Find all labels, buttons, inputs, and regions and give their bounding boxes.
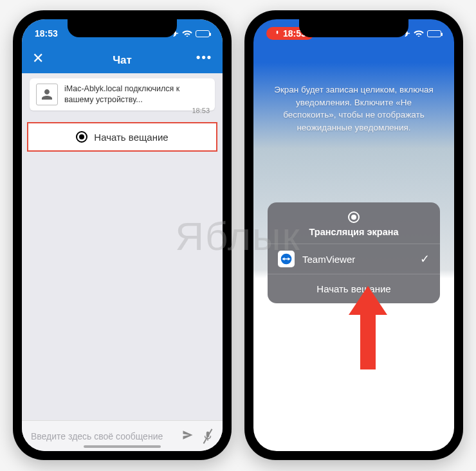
sheet-header: Трансляция экрана [268, 202, 440, 244]
start-broadcast-button[interactable]: Начать вещание [27, 122, 217, 152]
teamviewer-icon [278, 251, 295, 267]
checkmark-icon: ✓ [420, 252, 430, 266]
wifi-icon [182, 28, 192, 39]
app-name-label: TeamViewer [302, 254, 412, 265]
sheet-title: Трансляция экрана [309, 227, 398, 237]
message-time: 18:53 [192, 107, 210, 114]
page-title: Чат [113, 54, 132, 67]
phone-frame-right: 18:53 ✈ Экран будет записан целиком, вкл… [244, 10, 463, 460]
screen-left: 18:53 ✈ ✕ Чат ••• iMac-Ablyk.local подкл… [22, 19, 223, 451]
message-text: iMac-Ablyk.local подключился к вашему ус… [64, 84, 208, 105]
wifi-icon [414, 28, 424, 39]
record-icon [348, 211, 360, 223]
annotation-arrow [339, 286, 397, 372]
record-icon [76, 131, 87, 143]
mic-muted-icon[interactable] [202, 431, 214, 442]
close-button[interactable]: ✕ [32, 50, 44, 67]
send-icon[interactable] [181, 429, 194, 444]
battery-icon [196, 30, 210, 37]
battery-icon [427, 30, 441, 37]
avatar-icon [36, 84, 58, 105]
broadcast-app-row[interactable]: TeamViewer ✓ [268, 244, 440, 274]
system-message: iMac-Ablyk.local подключился к вашему ус… [30, 78, 215, 111]
status-time: 18:53 [35, 28, 58, 39]
home-indicator[interactable] [84, 445, 161, 448]
message-input[interactable]: Введите здесь своё сообщение [31, 431, 174, 441]
notch [299, 19, 408, 37]
screen-right: 18:53 ✈ Экран будет записан целиком, вкл… [253, 19, 454, 451]
recording-info-text: Экран будет записан целиком, включая уве… [273, 84, 435, 134]
more-button[interactable]: ••• [196, 51, 212, 64]
status-indicators: ✈ [171, 28, 210, 39]
home-indicator[interactable] [315, 445, 392, 448]
notch [68, 19, 177, 37]
broadcast-label: Начать вещание [94, 132, 168, 143]
phone-frame-left: 18:53 ✈ ✕ Чат ••• iMac-Ablyk.local подкл… [13, 10, 232, 460]
status-indicators: ✈ [403, 28, 441, 39]
